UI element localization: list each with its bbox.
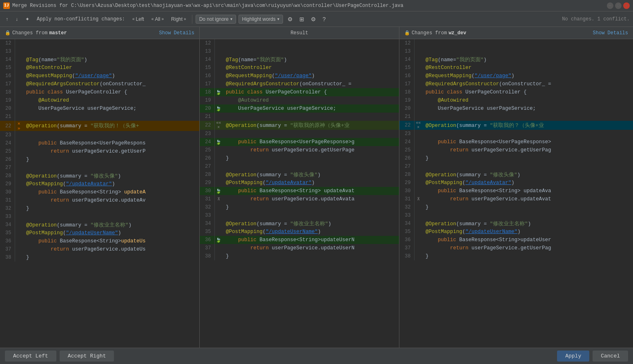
gutter xyxy=(214,72,223,80)
code-content: @RequiredArgsConstructor(onConstructor_ … xyxy=(223,80,399,88)
gutter xyxy=(414,146,422,154)
table-row: 13 xyxy=(399,47,633,55)
line-num: 34 xyxy=(200,220,214,228)
code-content xyxy=(23,131,199,139)
left-code-pane[interactable]: 12 13 14 @Tag(name="我的页面") xyxy=(0,39,200,348)
table-row: 21 xyxy=(200,113,399,121)
accept-right-button[interactable]: Accept Right xyxy=(60,351,114,362)
result-label: Result xyxy=(205,30,394,36)
code-content xyxy=(23,164,199,172)
table-row: 14 @Tag(name="我的页面") xyxy=(200,55,399,64)
table-row: 23 xyxy=(399,130,633,138)
code-content: } xyxy=(223,252,399,260)
right-show-details-link[interactable]: Show Details xyxy=(593,30,628,36)
settings-icon-btn[interactable]: ⚙ xyxy=(285,15,295,24)
line-num: 18 xyxy=(399,88,414,96)
line-num: 13 xyxy=(200,47,214,55)
table-row: 28 @Operation(summary = "修改头像") xyxy=(0,172,199,180)
gutter xyxy=(15,253,23,262)
gutter xyxy=(15,164,23,172)
accept-left-button[interactable]: Accept Left xyxy=(5,351,56,362)
gutter xyxy=(414,96,422,104)
table-row: 26 } xyxy=(399,154,633,162)
close-btn[interactable]: ✕ xyxy=(623,2,630,9)
right-code-pane[interactable]: 12 13 14 @Tag(name="我的页面") xyxy=(399,39,633,348)
left-btn[interactable]: « Left xyxy=(130,15,147,23)
center-code-pane[interactable]: 12 13 14 @Tag(name="我的页面") xyxy=(200,39,399,348)
right-btn[interactable]: Right » xyxy=(169,15,189,23)
gutter-merged: 🍃 xyxy=(214,104,223,113)
conflict-gutter: ✕ » xyxy=(15,121,23,131)
nav-next-btn[interactable]: ↓ xyxy=(13,15,20,23)
table-row: 27 xyxy=(0,164,199,172)
apply-button[interactable]: Apply xyxy=(557,351,589,362)
line-num: 25 xyxy=(0,147,15,155)
magic-wand-btn[interactable]: ✦ xyxy=(23,15,32,23)
gutter xyxy=(15,88,23,96)
code-content: UserPageService userPageService; xyxy=(223,104,399,113)
table-row: 27 xyxy=(200,162,399,171)
table-row: 33 xyxy=(0,213,199,221)
cancel-button[interactable]: Cancel xyxy=(593,351,628,362)
line-num: 32 xyxy=(399,203,414,211)
minimize-btn[interactable]: ─ xyxy=(607,2,613,9)
table-row: 28 @Operation(summary = "修改头像") xyxy=(200,171,399,179)
maximize-btn[interactable]: □ xyxy=(615,2,622,9)
columns-icon-btn[interactable]: ⊞ xyxy=(297,15,306,24)
left-show-details-link[interactable]: Show Details xyxy=(159,30,194,36)
line-num: 22 xyxy=(399,121,414,130)
all-btn[interactable]: « All » xyxy=(149,15,166,23)
line-num: 20 xyxy=(399,104,414,113)
code-content: UserPageService userPageService; xyxy=(23,104,199,113)
left-lock-icon: 🔒 xyxy=(5,30,11,36)
help-icon-btn[interactable]: ? xyxy=(321,15,328,24)
line-num: 21 xyxy=(0,113,15,121)
line-num: 18 xyxy=(200,88,214,96)
footer: Accept Left Accept Right Apply Cancel xyxy=(0,348,633,364)
nav-prev-btn[interactable]: ↑ xyxy=(3,15,11,23)
line-num: 29 xyxy=(399,179,414,187)
line-num: 13 xyxy=(0,47,15,55)
table-row: 20 UserPageService userPageService; xyxy=(399,104,633,113)
code-content xyxy=(422,211,633,220)
code-content: public BaseResponse<String>updateUserN xyxy=(223,236,399,244)
gutter xyxy=(15,64,23,72)
code-content xyxy=(223,211,399,220)
window-controls: ─ □ ✕ xyxy=(607,2,630,9)
gutter: ⊼ xyxy=(214,195,223,203)
line-num: 16 xyxy=(399,72,414,80)
panels-header: 🔒 Changes from master Show Details Resul… xyxy=(0,27,633,39)
gutter xyxy=(414,39,422,47)
line-num: 24 xyxy=(399,138,414,146)
gutter xyxy=(15,80,23,88)
right-scroll[interactable]: 12 13 14 @Tag(name="我的页面") xyxy=(399,39,633,348)
left-scroll[interactable]: 12 13 14 @Tag(name="我的页面") xyxy=(0,39,199,348)
code-content xyxy=(223,162,399,171)
code-content: UserPageService userPageService; xyxy=(422,104,633,113)
code-content xyxy=(422,162,633,171)
code-content: @Autowired xyxy=(223,96,399,104)
table-row: 32 } xyxy=(200,203,399,211)
gutter-merged: 🍃 xyxy=(214,236,223,244)
code-content xyxy=(23,113,199,121)
gutter xyxy=(214,146,223,154)
left-code-table: 12 13 14 @Tag(name="我的页面") xyxy=(0,39,199,262)
code-content xyxy=(422,113,633,121)
line-num: 30 xyxy=(200,187,214,195)
do-not-ignore-dropdown[interactable]: Do not ignore ▾ xyxy=(196,15,236,24)
separator-1 xyxy=(192,15,192,24)
center-scroll[interactable]: 12 13 14 @Tag(name="我的页面") xyxy=(200,39,399,348)
line-num: 21 xyxy=(200,113,214,121)
table-row: 17 @RequiredArgsConstructor(onConstructo… xyxy=(399,80,633,88)
table-row: 19 @Autowired xyxy=(200,96,399,104)
line-num: 20 xyxy=(200,104,214,113)
title-bar: IJ Merge Revisions for C:\Users\Azusa\De… xyxy=(0,0,633,11)
table-row: 35 @PostMapping("/updateUserName") xyxy=(399,228,633,236)
table-row: 19 @Autowired xyxy=(399,96,633,104)
highlight-words-dropdown[interactable]: Highlight words ▾ xyxy=(238,15,283,24)
line-num: 31 xyxy=(399,195,414,203)
code-content: public BaseResponse<String>updateUser xyxy=(422,236,633,244)
gutter xyxy=(414,64,422,72)
gutter xyxy=(414,104,422,113)
gear-icon-btn[interactable]: ⚙ xyxy=(309,15,318,24)
